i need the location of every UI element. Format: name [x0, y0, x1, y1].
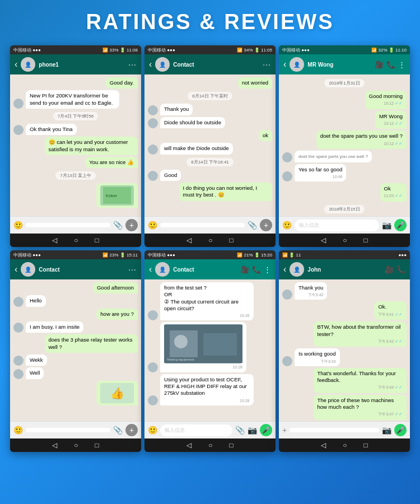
recents-nav-icon[interactable]: □: [364, 236, 368, 244]
back-arrow-icon[interactable]: ‹: [283, 59, 286, 69]
avatar-3: 👤: [290, 57, 304, 72]
recents-nav-icon[interactable]: □: [364, 441, 368, 449]
avatar: [13, 99, 24, 109]
bubble-sent: 😊 can let you and your customer satisfie…: [45, 137, 138, 155]
avatar: [148, 171, 158, 181]
message-row: I do thing you can not worried, I must t…: [148, 183, 272, 201]
android-nav-6: ◁ ○ □: [279, 438, 410, 452]
recents-nav-icon[interactable]: □: [230, 441, 234, 449]
message-row: Good day.: [13, 77, 138, 88]
plus-icon[interactable]: +: [260, 219, 272, 231]
status-bar-1: 中国移动 ●●● 📶 33% 🔋 11:08: [10, 45, 141, 54]
avatar: [13, 369, 24, 379]
emoji-icon[interactable]: 🙂: [13, 426, 23, 435]
camera-icon[interactable]: 📷: [248, 426, 257, 435]
chat-header-2: ‹ 👤 Contact ···: [144, 54, 276, 74]
attach-icon[interactable]: 📎: [113, 426, 123, 435]
back-nav-icon[interactable]: ◁: [186, 236, 192, 244]
chat-body-4: Good afternoon Hello how are you ? I am …: [10, 279, 141, 421]
camera-icon[interactable]: 📷: [382, 426, 391, 435]
product-image: Kvteer: [100, 185, 134, 206]
mic-icon[interactable]: 🎤: [260, 424, 272, 436]
more-options-icon[interactable]: ···: [128, 265, 137, 274]
back-nav-icon[interactable]: ◁: [321, 236, 326, 244]
message-row: Diode should be outside: [148, 117, 272, 128]
home-nav-icon[interactable]: ○: [208, 441, 212, 449]
chat-input-1[interactable]: [26, 223, 110, 227]
phone-call-icon[interactable]: 📞: [396, 265, 405, 274]
back-arrow-icon[interactable]: ‹: [149, 59, 152, 69]
message-row: 👍: [13, 381, 138, 405]
more-icon[interactable]: ⋮: [264, 265, 271, 274]
camera-icon[interactable]: 📷: [382, 221, 391, 230]
avatar: [282, 290, 292, 300]
bubble-sent: BTW, how about the transformer oil teste…: [314, 321, 407, 347]
chat-input-3[interactable]: 输入信息: [295, 220, 379, 231]
video-call-icon[interactable]: 🎥: [385, 265, 394, 274]
more-options-icon[interactable]: ···: [263, 60, 271, 69]
emoji-icon[interactable]: 🙂: [282, 221, 292, 230]
phone-call-icon[interactable]: 📞: [386, 60, 395, 69]
attach-icon[interactable]: 📎: [113, 221, 123, 230]
back-arrow-icon[interactable]: ‹: [149, 264, 152, 274]
more-icon[interactable]: ⋮: [398, 60, 405, 69]
plus-icon[interactable]: +: [125, 424, 138, 436]
phone-call-icon[interactable]: 📞: [252, 265, 261, 274]
contact-info-4: Contact: [39, 267, 125, 273]
message-row: will make the Diode outside: [148, 143, 272, 154]
back-nav-icon[interactable]: ◁: [52, 236, 57, 244]
bubble-received: Yes so far so good 10:46: [295, 164, 346, 181]
message-row: MR Wong 10:12 ✓✓: [282, 111, 407, 129]
avatar: [148, 105, 158, 115]
home-nav-icon[interactable]: ○: [208, 236, 212, 244]
chat-input-4[interactable]: [26, 428, 110, 432]
bubble-sent: Ok 11:53 ✓✓: [380, 183, 407, 202]
message-row: Thank you: [148, 104, 272, 115]
video-call-icon[interactable]: 🎥: [375, 60, 384, 69]
back-arrow-icon[interactable]: ‹: [15, 264, 17, 274]
emoji-icon[interactable]: 🙂: [148, 221, 157, 230]
plus-icon[interactable]: +: [125, 219, 138, 231]
back-nav-icon[interactable]: ◁: [52, 441, 57, 449]
plus-icon[interactable]: +: [282, 426, 287, 435]
emoji-icon[interactable]: 🙂: [13, 221, 23, 230]
chat-footer-3: 🙂 输入信息 📷 🎤: [279, 216, 410, 234]
recents-nav-icon[interactable]: □: [230, 236, 234, 244]
back-arrow-icon[interactable]: ‹: [283, 264, 286, 274]
video-call-icon[interactable]: 🎥: [240, 265, 249, 274]
home-nav-icon[interactable]: ○: [343, 236, 347, 244]
mic-icon[interactable]: 🎤: [394, 424, 407, 436]
back-nav-icon[interactable]: ◁: [321, 441, 326, 449]
home-nav-icon[interactable]: ○: [74, 441, 78, 449]
recents-nav-icon[interactable]: □: [95, 441, 99, 449]
avatar: [13, 323, 24, 333]
svg-text:Kvteer: Kvteer: [106, 194, 118, 198]
avatar: [148, 362, 158, 372]
back-nav-icon[interactable]: ◁: [186, 441, 192, 449]
message-row: Kvteer: [13, 183, 138, 208]
back-arrow-icon[interactable]: ‹: [15, 59, 17, 69]
recents-nav-icon[interactable]: □: [95, 236, 99, 244]
avatar-2: 👤: [155, 57, 170, 72]
home-nav-icon[interactable]: ○: [74, 236, 78, 244]
attach-icon[interactable]: 📎: [235, 426, 245, 435]
chat-footer-1: 🙂 📎 +: [10, 216, 141, 234]
header-icons-5: 🎥 📞 ⋮: [240, 265, 271, 274]
chat-footer-5: 🙂 输入信息 📎 📷 🎤: [144, 421, 276, 438]
emoji-icon[interactable]: 🙂: [148, 426, 157, 435]
home-nav-icon[interactable]: ○: [343, 441, 347, 449]
chat-input-2[interactable]: [160, 223, 245, 227]
chat-header-4: ‹ 👤 Contact ···: [10, 259, 141, 279]
chat-input-6[interactable]: [290, 428, 379, 432]
message-row: not worried: [148, 77, 272, 88]
phone-card-6: 📶 🔋 11 ●●● ‹ 👤 John 🎥 📞 Thank you 下午3:40: [279, 250, 410, 452]
date-divider: 7月13日 某上午: [55, 171, 96, 180]
message-row: Ok thank you Tina: [13, 124, 138, 135]
message-row: Using your product to test OCEF, REF & H…: [148, 374, 272, 405]
chat-input-5[interactable]: 输入信息: [160, 424, 232, 436]
attach-icon[interactable]: 📎: [248, 221, 257, 230]
message-row: doet the spare parts you use well ?: [282, 151, 407, 162]
mic-icon[interactable]: 🎤: [394, 219, 407, 231]
more-options-icon[interactable]: ···: [128, 60, 137, 69]
chat-header-1: ‹ 👤 phone1 ···: [10, 54, 141, 74]
